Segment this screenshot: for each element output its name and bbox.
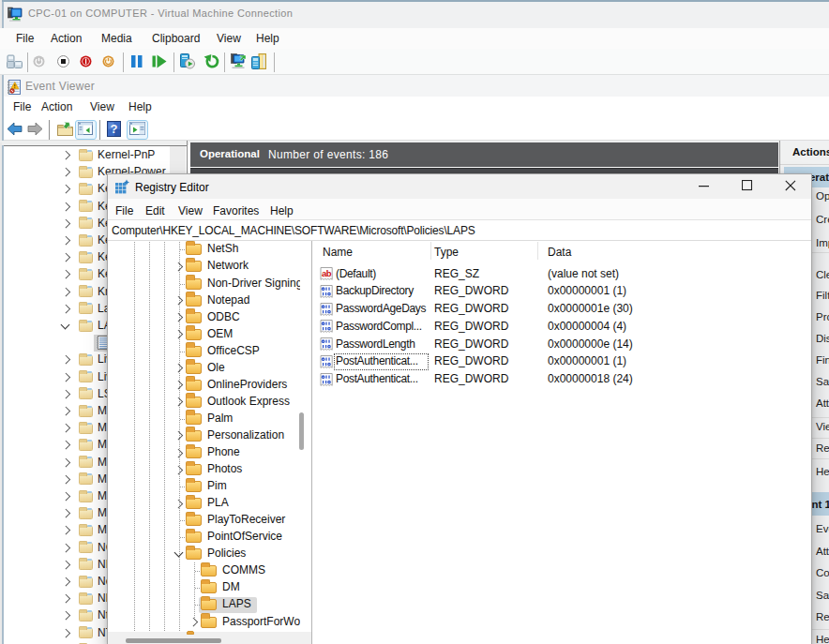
svg-text:ab: ab [322,268,332,278]
svg-text:?: ? [111,122,118,136]
